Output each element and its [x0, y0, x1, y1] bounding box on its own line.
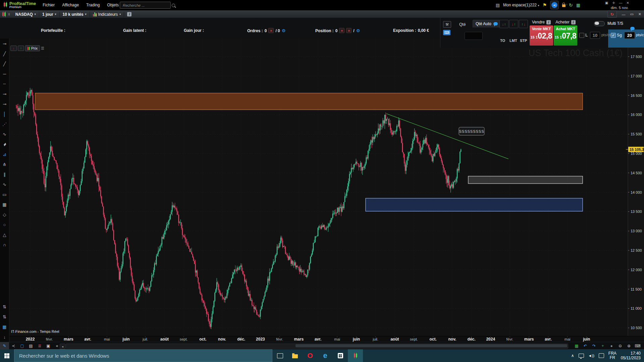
report-icon[interactable]: ▤	[26, 342, 35, 350]
draw-tool-icon[interactable]: ✎	[0, 342, 9, 350]
point-segment-icon[interactable]: ⊸	[0, 39, 9, 49]
scroll-left-button[interactable]: ◂	[60, 344, 65, 349]
horizontal-segment-icon[interactable]: ╌	[0, 79, 9, 89]
search-box[interactable]	[120, 2, 171, 9]
qty-auto-tab[interactable]: Qté Auto	[473, 20, 501, 27]
windows-layout-icon[interactable]: ▣	[44, 342, 53, 350]
limit-checkbox[interactable]	[579, 33, 584, 38]
minimize-chart-button[interactable]: —	[622, 12, 625, 16]
scrollbar-thumb[interactable]	[296, 344, 567, 347]
multipoint-line-icon[interactable]: ∿	[0, 129, 9, 139]
limit-value-input[interactable]: 10	[590, 32, 600, 39]
stop-value-input[interactable]: 20	[624, 32, 635, 39]
zoom-in-icon[interactable]: ⊕	[625, 342, 633, 350]
refresh-data-icon[interactable]: ↻↑	[607, 11, 617, 18]
pitchfork-icon[interactable]: ⋔	[0, 159, 9, 169]
search-icon[interactable]	[172, 4, 175, 7]
keyboard-shortcuts-icon[interactable]: ⌨	[633, 342, 642, 350]
multi-ts-toggle[interactable]	[594, 21, 605, 26]
redo-icon[interactable]: ↷	[590, 342, 598, 350]
language-indicator[interactable]: FRA FR	[608, 351, 616, 360]
symbol-selector[interactable]: NASDAQ ▾	[15, 12, 36, 17]
polygon-tool-icon[interactable]: ◇	[0, 209, 9, 220]
expand-pane-icon[interactable]: ↑	[18, 46, 24, 51]
taskbar-app-opera[interactable]: O	[303, 349, 318, 362]
platform-grid-icon[interactable]: ▦	[576, 3, 580, 8]
comment-icon[interactable]: ▢	[18, 342, 26, 350]
sell-market-button[interactable]: Vente MKT 15 102,8	[530, 25, 553, 46]
add-bar-icon[interactable]: +	[598, 342, 607, 350]
order-type-to[interactable]: TO	[500, 39, 505, 43]
hatch-rectangle-icon[interactable]: ▦	[0, 199, 9, 209]
qty-tab[interactable]: Qté	[459, 22, 466, 27]
trendline-icon[interactable]: ╱	[0, 49, 9, 59]
menu-item-affichage[interactable]: Affichage	[62, 3, 79, 7]
grid-tool-icon[interactable]: ▦	[0, 322, 9, 332]
timeframe-selector[interactable]: 1 jour ▾	[42, 12, 56, 17]
info-icon[interactable]: i	[127, 12, 131, 16]
stop-checkbox[interactable]: ✓	[611, 33, 616, 38]
share-icon[interactable]: ≺	[9, 342, 18, 350]
ellipse-tool-icon[interactable]: ○	[0, 220, 9, 230]
workspace-selector[interactable]: Mon espace(1)222 ▾	[503, 3, 539, 7]
extended-line-icon[interactable]: ⋰	[0, 119, 9, 129]
chart-canvas[interactable]: US Tech 100 Cash (1€)2022févr.marsavr.ma…	[0, 39, 644, 342]
parallel-channel-icon[interactable]: ∥	[0, 169, 9, 179]
auto-scale-icon[interactable]: ●	[607, 342, 616, 350]
undo-icon[interactable]: ↶	[581, 342, 590, 350]
taskbar-app-store[interactable]	[333, 349, 348, 362]
quantity-display[interactable]	[465, 32, 483, 40]
orders-settings-icon[interactable]: ⚙	[282, 28, 286, 33]
arc-tool-icon[interactable]: ∩	[0, 240, 9, 250]
order-type-lmt[interactable]: LMT	[509, 39, 517, 43]
zoom-out-icon[interactable]: ⊖	[616, 342, 625, 350]
close-all-positions-icon[interactable]: ✕	[346, 28, 352, 33]
order-tools-button[interactable]: ⚒	[443, 21, 451, 28]
unlock-icon[interactable]	[562, 4, 566, 7]
taskbar-app-edge[interactable]: e	[318, 349, 333, 362]
order-type-stp[interactable]: STP	[520, 39, 527, 43]
horizontal-line-icon[interactable]: ─	[0, 69, 9, 79]
order-keyboard-button[interactable]: ⌨	[443, 30, 450, 35]
close-chart-button[interactable]: ✕	[638, 12, 641, 16]
ray-line-icon[interactable]: ╱	[0, 59, 9, 69]
position-settings-icon[interactable]: ⚙	[356, 28, 360, 33]
taskbar-app-file-explorer[interactable]	[287, 349, 303, 362]
network-icon[interactable]	[579, 354, 584, 358]
minimize-button[interactable]: —	[619, 1, 623, 5]
calendar-icon[interactable]: ▦	[572, 342, 581, 350]
taskbar-app-task-view[interactable]	[272, 349, 287, 362]
units-selector[interactable]: 10 k unités ▾	[63, 12, 87, 17]
taskbar-search-box[interactable]: Rechercher sur le web et dans Windows	[14, 349, 272, 362]
clock[interactable]: 17:40 05/11/2023	[621, 351, 641, 360]
price-tab[interactable]: Prix	[25, 45, 40, 51]
chevron-up-icon[interactable]: ∧	[571, 353, 574, 358]
fibonacci-fan-icon[interactable]: ⊿	[0, 149, 9, 159]
close-button[interactable]: ✕	[627, 1, 629, 5]
link-chart-icon[interactable]: ∞	[7, 13, 11, 16]
close-position-order-icon[interactable]: ↓↑	[499, 20, 508, 28]
cancel-orders-icon[interactable]: ✕	[268, 28, 274, 33]
indicators-settings-icon[interactable]: ≣	[35, 342, 44, 350]
volume-icon[interactable]: ◄))	[588, 354, 594, 358]
info-icon[interactable]: i	[571, 20, 576, 24]
sync-icon[interactable]: ↻	[569, 2, 573, 8]
zigzag-icon[interactable]: ∿	[0, 179, 9, 189]
menu-item-fichier[interactable]: Fichier	[43, 3, 55, 7]
triangle-tool-icon[interactable]: △	[0, 230, 9, 240]
screenshot-icon[interactable]: ▣	[605, 1, 608, 5]
price-marker-2-icon[interactable]: ⊸	[0, 99, 9, 109]
buy-market-button[interactable]: Achat MKT 15 107,8	[554, 25, 577, 46]
search-input[interactable]	[120, 3, 172, 7]
restore-chart-button[interactable]: ▭	[630, 12, 633, 16]
info-icon[interactable]: i	[546, 20, 551, 24]
collapse-arrow-icon[interactable]: ↓	[0, 332, 9, 342]
flag-icon[interactable]: ⚑	[542, 2, 547, 8]
swap-arrows-icon[interactable]: ⇅	[0, 312, 9, 322]
save-workspace-icon[interactable]: ▤	[496, 3, 500, 8]
prorealtime-logo[interactable]: ProRealTime Premium	[0, 2, 41, 9]
windows-start-button[interactable]	[4, 353, 9, 358]
collapse-pane-icon[interactable]: ↓	[10, 46, 17, 51]
indicators-button[interactable]: Indicateurs ▾	[93, 12, 121, 17]
rectangle-tool-icon[interactable]: ▭	[0, 189, 9, 199]
